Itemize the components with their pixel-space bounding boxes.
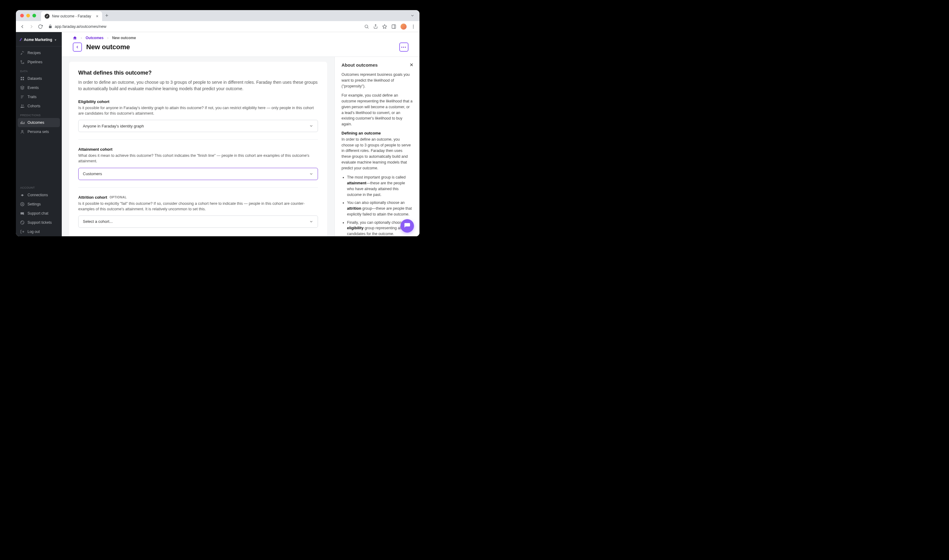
zoom-icon[interactable] (364, 24, 369, 29)
sidebar-item-label: Cohorts (28, 104, 40, 108)
help-title: About outcomes (341, 62, 413, 68)
sidebar-item-datasets[interactable]: Datasets (16, 74, 62, 83)
nav-reload-button[interactable] (38, 24, 43, 29)
card-lead: In order to define an outcome, you choos… (78, 79, 318, 92)
browser-menu-icon[interactable] (411, 24, 416, 29)
page-title: New outcome (86, 43, 130, 51)
chat-widget-button[interactable] (400, 219, 414, 232)
breadcrumb-outcomes[interactable]: Outcomes (86, 36, 104, 40)
new-tab-button[interactable]: + (105, 12, 109, 19)
svg-line-1 (368, 28, 368, 28)
optional-badge: OPTIONAL (110, 195, 127, 199)
svg-rect-4 (392, 25, 395, 28)
field-description: What does it mean to achieve this outcom… (78, 153, 318, 164)
caret-down-icon: ▾ (55, 38, 56, 42)
sidebar-item-logout[interactable]: Log out (16, 227, 62, 236)
window-minimize-button[interactable] (26, 14, 30, 17)
back-button[interactable] (73, 43, 82, 52)
chevron-down-icon (309, 124, 314, 128)
help-paragraph: Outcomes represent business goals you wa… (341, 72, 413, 89)
field-label: Attrition cohort OPTIONAL (78, 195, 318, 200)
sidebar-item-recipes[interactable]: Recipes (16, 48, 62, 57)
tab-favicon: ⁄⁄ (45, 14, 49, 18)
nav-back-button[interactable] (20, 24, 25, 29)
sidebar-item-support-tickets[interactable]: Support tickets (16, 218, 62, 227)
share-icon[interactable] (373, 24, 378, 29)
sidebar-section-predictions: PREDICTIONS (16, 111, 62, 118)
attainment-select[interactable]: Customers (78, 168, 318, 180)
browser-right-icons (364, 23, 416, 30)
tabs-dropdown-button[interactable] (410, 14, 415, 18)
field-label-text: Attrition cohort (78, 195, 107, 200)
divider (78, 139, 318, 140)
svg-rect-12 (23, 77, 24, 78)
tab-close-button[interactable]: × (96, 14, 98, 18)
sidebar-item-label: Traits (28, 95, 37, 99)
window-controls (20, 14, 36, 17)
more-actions-button[interactable]: ••• (399, 43, 408, 52)
sidebar-item-label: Pipelines (28, 60, 43, 64)
sidebar-item-label: Outcomes (28, 120, 44, 125)
sidebar-item-events[interactable]: Events (16, 83, 62, 92)
sidebar: ⁄⁄ Acme Marketing ▾ Recipes Pipelines DA… (16, 32, 62, 236)
field-label: Attainment cohort (78, 147, 318, 152)
breadcrumb-current: New outcome (112, 36, 136, 40)
sidebar-item-label: Support chat (28, 211, 48, 215)
chevron-down-icon (309, 172, 314, 176)
sidebar-item-label: Settings (28, 202, 41, 206)
bookmark-icon[interactable] (382, 24, 387, 29)
definition-card: What defines this outcome? In order to d… (69, 62, 327, 236)
breadcrumb-separator: › (81, 36, 82, 40)
svg-rect-11 (21, 77, 22, 78)
sidebar-item-connections[interactable]: Connections (16, 191, 62, 200)
svg-point-8 (413, 28, 414, 28)
logo-icon: ⁄⁄ (20, 38, 22, 42)
sidebar-item-label: Persona sets (28, 129, 49, 134)
app-root: ⁄⁄ Acme Marketing ▾ Recipes Pipelines DA… (16, 32, 420, 236)
sidebar-item-settings[interactable]: Settings (16, 200, 62, 209)
svg-point-25 (22, 203, 23, 205)
svg-rect-14 (23, 79, 24, 80)
breadcrumb: › Outcomes › New outcome (62, 32, 420, 41)
help-paragraph: In order to define an outcome, you choos… (341, 137, 413, 171)
profile-avatar[interactable] (400, 23, 407, 30)
url-field[interactable]: app.faraday.ai/outcomes/new (46, 24, 360, 29)
org-switcher[interactable]: ⁄⁄ Acme Marketing ▾ (16, 35, 62, 44)
field-attainment: Attainment cohort What does it mean to a… (78, 147, 318, 180)
field-eligibility: Eligibility cohort Is it possible for an… (78, 99, 318, 132)
select-value: Customers (83, 171, 102, 176)
tab-bar: ⁄⁄ New outcome - Faraday × + (16, 10, 420, 21)
sidebar-item-persona-sets[interactable]: Persona sets (16, 127, 62, 136)
lock-icon (48, 25, 52, 28)
sidebar-section-data: DATA (16, 67, 62, 74)
window-maximize-button[interactable] (32, 14, 36, 17)
window-close-button[interactable] (20, 14, 24, 17)
sidebar-item-label: Log out (28, 229, 40, 234)
url-text: app.faraday.ai/outcomes/new (55, 24, 106, 29)
field-attrition: Attrition cohort OPTIONAL Is it possible… (78, 195, 318, 228)
card-heading: What defines this outcome? (78, 70, 318, 76)
select-value: Anyone in Faraday's identity graph (83, 124, 144, 128)
svg-point-19 (23, 105, 23, 106)
attrition-select[interactable]: Select a cohort... (78, 215, 318, 228)
help-subheading: Defining an outcome (341, 131, 413, 135)
svg-point-7 (413, 26, 414, 27)
form-column: What defines this outcome? In order to d… (62, 57, 334, 236)
list-item: You can also optionally choose an attrit… (347, 200, 413, 217)
sidebar-item-outcomes[interactable]: Outcomes (18, 118, 60, 127)
nav-forward-button[interactable] (29, 24, 34, 29)
home-icon[interactable] (73, 36, 77, 40)
browser-tab[interactable]: ⁄⁄ New outcome - Faraday × (41, 11, 102, 21)
help-panel: About outcomes Outcomes represent busine… (334, 57, 420, 236)
sidebar-item-pipelines[interactable]: Pipelines (16, 57, 62, 67)
help-paragraph: For example, you could define an outcome… (341, 92, 413, 127)
sidepanel-icon[interactable] (391, 24, 396, 29)
sidebar-item-cohorts[interactable]: Cohorts (16, 102, 62, 111)
select-value: Select a cohort... (83, 219, 113, 224)
sidebar-item-traits[interactable]: Traits (16, 92, 62, 102)
close-help-button[interactable] (409, 62, 414, 67)
eligibility-select[interactable]: Anyone in Faraday's identity graph (78, 120, 318, 132)
sidebar-item-label: Events (28, 86, 39, 90)
sidebar-item-support-chat[interactable]: Support chat (16, 209, 62, 218)
chevron-down-icon (309, 220, 314, 224)
